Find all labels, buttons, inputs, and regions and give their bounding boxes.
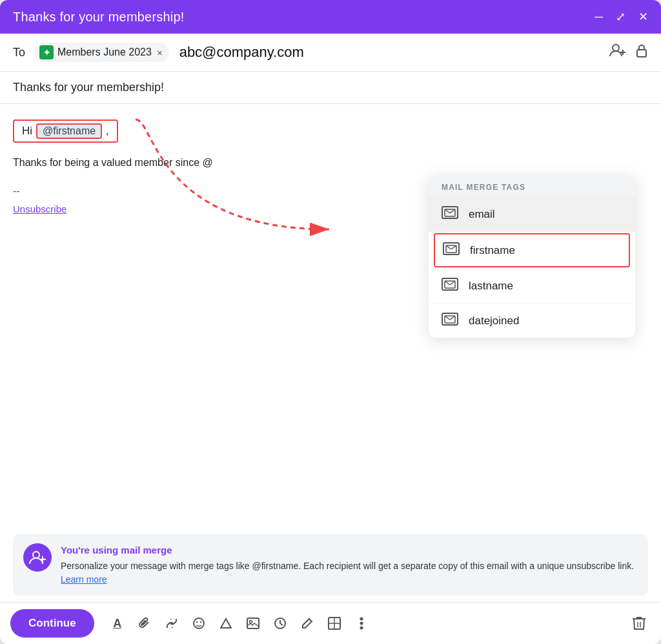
- subject-row: Thanks for your membership!: [0, 72, 661, 104]
- maximize-button[interactable]: ⤢: [616, 11, 625, 23]
- merge-item-email-icon: [442, 206, 458, 222]
- comma-text: ,: [106, 125, 109, 138]
- merge-item-datejoined-label: datejoined: [469, 315, 519, 327]
- close-button[interactable]: ✕: [638, 11, 648, 23]
- recipient-chip[interactable]: ✦ Members June 2023 ×: [34, 43, 169, 62]
- firstname-tag: @firstname: [36, 123, 102, 139]
- to-row: To ✦ Members June 2023 × abc@company.com: [0, 34, 661, 72]
- merge-item-lastname[interactable]: lastname: [429, 269, 635, 304]
- lock-icon[interactable]: [635, 43, 648, 61]
- svg-point-26: [199, 621, 201, 623]
- svg-rect-28: [247, 618, 259, 628]
- svg-point-24: [194, 618, 204, 628]
- greeting-line: Hi @firstname ,: [13, 119, 648, 143]
- svg-point-29: [249, 621, 252, 623]
- continue-button[interactable]: Continue: [10, 609, 94, 638]
- minimize-button[interactable]: ─: [595, 11, 603, 23]
- schedule-icon[interactable]: [269, 612, 292, 635]
- svg-line-16: [450, 281, 455, 285]
- svg-line-19: [445, 316, 450, 320]
- more-options-icon[interactable]: [350, 612, 373, 635]
- svg-line-7: [445, 209, 450, 213]
- hi-text: Hi: [22, 125, 32, 138]
- text-format-icon[interactable]: A: [106, 612, 129, 635]
- draw-icon[interactable]: [296, 612, 319, 635]
- merge-tags-dropdown: MAIL MERGE TAGS email: [429, 175, 635, 338]
- merge-info-description: Personalize your message with merge tags…: [61, 561, 634, 571]
- window-controls: ─ ⤢ ✕: [595, 11, 648, 23]
- merge-item-lastname-icon: [442, 278, 458, 294]
- learn-more-link[interactable]: Learn more: [61, 574, 107, 585]
- svg-point-0: [613, 45, 619, 51]
- merge-item-datejoined[interactable]: datejoined: [429, 304, 635, 338]
- recipient-chip-icon: ✦: [39, 45, 54, 59]
- svg-line-12: [451, 245, 456, 249]
- compose-window: Thanks for your membership! ─ ⤢ ✕ To ✦ M…: [0, 0, 661, 644]
- toolbar: Continue A: [0, 602, 661, 644]
- recipient-chip-label: Members June 2023: [57, 47, 152, 58]
- unsubscribe-link[interactable]: Unsubscribe: [13, 203, 66, 214]
- table-icon[interactable]: [323, 612, 346, 635]
- svg-point-38: [360, 627, 363, 630]
- window-title: Thanks for your membership!: [13, 10, 185, 25]
- body-area: Hi @firstname , Thanks for being a value…: [0, 104, 661, 528]
- svg-line-11: [446, 245, 451, 249]
- merge-item-lastname-label: lastname: [469, 280, 513, 293]
- merge-item-firstname-icon: [443, 242, 460, 258]
- merge-info-text: You're using mail merge Personalize your…: [61, 543, 638, 587]
- attachment-icon[interactable]: [133, 612, 156, 635]
- merge-tags-header: MAIL MERGE TAGS: [429, 175, 635, 197]
- merge-info-avatar: [23, 543, 52, 572]
- svg-point-25: [196, 621, 197, 623]
- merge-item-datejoined-icon: [442, 313, 458, 329]
- svg-line-20: [450, 316, 455, 320]
- merge-info-box: You're using mail merge Personalize your…: [13, 534, 648, 596]
- subject-text: Thanks for your membership!: [13, 81, 164, 94]
- merge-item-firstname-label: firstname: [470, 244, 515, 257]
- svg-point-21: [33, 552, 39, 558]
- svg-rect-3: [637, 50, 646, 57]
- svg-marker-27: [221, 619, 231, 628]
- svg-line-8: [450, 209, 455, 213]
- merge-item-email-label: email: [469, 208, 495, 221]
- svg-line-15: [445, 281, 450, 285]
- to-actions: [609, 43, 648, 61]
- svg-point-36: [360, 618, 363, 621]
- to-email-input[interactable]: abc@company.com: [179, 44, 603, 61]
- link-icon[interactable]: [160, 612, 183, 635]
- merge-item-firstname[interactable]: firstname: [434, 233, 630, 267]
- svg-point-37: [360, 622, 363, 625]
- add-recipient-icon[interactable]: [609, 43, 626, 61]
- titlebar: Thanks for your membership! ─ ⤢ ✕: [0, 0, 661, 34]
- body-text: Thanks for being a valued member since @: [13, 154, 648, 171]
- delete-icon[interactable]: [627, 612, 651, 635]
- image-icon[interactable]: [241, 612, 265, 635]
- merge-item-email[interactable]: email: [429, 197, 635, 232]
- to-label: To: [13, 46, 25, 59]
- hi-box: Hi @firstname ,: [13, 119, 118, 143]
- emoji-icon[interactable]: [187, 612, 210, 635]
- recipient-chip-remove[interactable]: ×: [157, 47, 163, 58]
- svg-line-32: [280, 623, 283, 625]
- formatting-icon[interactable]: [214, 612, 238, 635]
- merge-info-title: You're using mail merge: [61, 543, 638, 558]
- dashed-arrow: [129, 113, 349, 307]
